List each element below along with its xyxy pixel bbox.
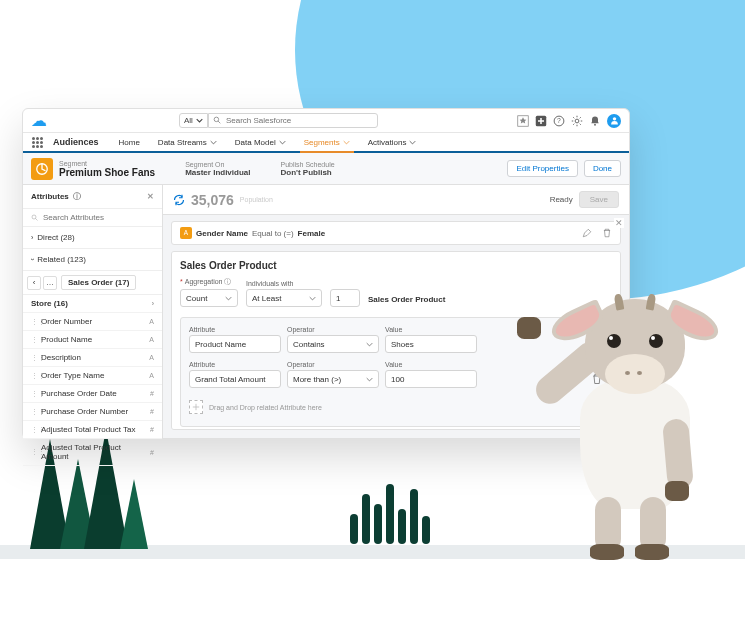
nav-segments[interactable]: Segments [300, 134, 354, 153]
svg-point-10 [32, 215, 36, 219]
attribute-search[interactable] [23, 209, 162, 227]
notifications-bell-icon[interactable] [589, 115, 601, 127]
value-input[interactable]: 100 [385, 370, 477, 388]
done-button[interactable]: Done [584, 160, 621, 177]
population-label: Population [240, 196, 273, 203]
attribute-input[interactable]: Product Name [189, 335, 281, 353]
value-input[interactable]: Shoes [385, 335, 477, 353]
app-name: Audiences [53, 137, 99, 147]
chevron-down-icon [343, 139, 350, 146]
breadcrumb-current[interactable]: Sales Order (17) [61, 275, 136, 290]
refresh-icon[interactable] [173, 194, 185, 206]
drop-target-icon [189, 400, 203, 414]
search-input[interactable] [226, 116, 373, 125]
close-panel-icon[interactable]: ✕ [147, 192, 154, 201]
page-title: Premium Shoe Fans [59, 167, 155, 178]
edit-properties-button[interactable]: Edit Properties [507, 160, 577, 177]
favorite-icon[interactable] [517, 115, 529, 127]
attribute-item[interactable]: ⋮⋮Product NameA [23, 331, 162, 349]
delete-icon[interactable] [602, 228, 612, 238]
related-section[interactable]: ›Related (123) [23, 249, 162, 271]
population-count: 35,076 [191, 192, 234, 208]
nav-data-streams[interactable]: Data Streams [154, 134, 221, 151]
edit-icon[interactable] [582, 228, 592, 238]
attribute-input[interactable]: Grand Total Amount [189, 370, 281, 388]
user-avatar[interactable] [607, 114, 621, 128]
attribute-label: Attribute [189, 361, 281, 368]
search-icon [213, 116, 222, 125]
chevron-down-icon [225, 295, 232, 302]
store-section-row[interactable]: Store (16)› [23, 295, 162, 313]
close-icon[interactable]: ✕ [614, 218, 624, 228]
operator-label: Operator [287, 361, 379, 368]
chevron-down-icon [210, 139, 217, 146]
aggregation-label: Aggregation [185, 278, 223, 285]
breadcrumb-back-button[interactable]: ‹ [27, 276, 41, 290]
individuals-label: Individuals with [246, 280, 322, 287]
settings-gear-icon[interactable] [571, 115, 583, 127]
search-scope-label: All [184, 116, 193, 125]
svg-point-7 [594, 123, 596, 125]
svg-text:?: ? [557, 117, 561, 124]
global-search[interactable] [208, 113, 378, 128]
segment-on-value: Master Individual [185, 168, 250, 177]
chevron-down-icon [279, 139, 286, 146]
attribute-item[interactable]: ⋮⋮DescriptionA [23, 349, 162, 367]
info-icon[interactable]: ⓘ [73, 191, 81, 202]
segment-on-label: Segment On [185, 161, 250, 168]
search-scope-select[interactable]: All [179, 113, 208, 128]
segment-type-icon [31, 158, 53, 180]
filter-value: Female [298, 229, 326, 238]
operator-select[interactable]: More than (>) [287, 370, 379, 388]
decorative-bush [340, 474, 440, 544]
chevron-down-icon [409, 139, 416, 146]
chevron-down-icon [366, 376, 373, 383]
attribute-item[interactable]: ⋮⋮Adjusted Total Product Amount# [23, 439, 162, 466]
app-launcher-icon[interactable] [31, 136, 43, 148]
help-icon[interactable]: ? [553, 115, 565, 127]
record-type-label: Segment [59, 160, 155, 167]
filter-condition-row: A Gender Name Equal to (=) Female ✕ [171, 221, 621, 245]
attribute-item[interactable]: ⋮⋮Purchase Order Date# [23, 385, 162, 403]
svg-line-11 [36, 218, 38, 220]
nav-home[interactable]: Home [115, 134, 144, 151]
breadcrumb-overflow-button[interactable]: … [43, 276, 57, 290]
attribute-item[interactable]: ⋮⋮Adjusted Total Product Tax# [23, 421, 162, 439]
svg-text:A: A [184, 229, 189, 236]
svg-point-6 [575, 119, 579, 123]
svg-line-1 [218, 121, 220, 123]
filter-operator: Equal to (=) [252, 229, 294, 238]
chevron-down-icon [309, 295, 316, 302]
direct-section[interactable]: ›Direct (28) [23, 227, 162, 249]
status-text: Ready [550, 195, 573, 204]
publish-schedule-value: Don't Publish [281, 168, 335, 177]
operator-label: Operator [287, 326, 379, 333]
entity-name: Sales Order Product [368, 295, 445, 307]
filter-attribute: Gender Name [196, 229, 248, 238]
attribute-type-icon: A [180, 227, 192, 239]
publish-schedule-label: Publish Schedule [281, 161, 335, 168]
info-icon[interactable]: ⓘ [224, 278, 231, 285]
individuals-operator-select[interactable]: At Least [246, 289, 322, 307]
attributes-title: Attributes [31, 192, 69, 201]
add-icon[interactable] [535, 115, 547, 127]
nav-data-model[interactable]: Data Model [231, 134, 290, 151]
operator-select[interactable]: Contains [287, 335, 379, 353]
attribute-item[interactable]: ⋮⋮Order Type NameA [23, 367, 162, 385]
attribute-item[interactable]: ⋮⋮Purchase Order Number# [23, 403, 162, 421]
svg-point-0 [214, 117, 219, 122]
chevron-down-icon [366, 341, 373, 348]
drop-hint-text: Drag and Drop related Attribute here [209, 404, 322, 411]
attributes-panel: Attributes ⓘ ✕ ›Direct (28) ›Related (12… [23, 185, 163, 438]
svg-point-8 [612, 117, 615, 120]
save-button: Save [579, 191, 619, 208]
nav-activations[interactable]: Activations [364, 134, 421, 151]
search-icon [31, 214, 39, 222]
mascot-illustration [525, 269, 725, 569]
aggregation-select[interactable]: Count [180, 289, 238, 307]
attribute-item[interactable]: ⋮⋮Order NumberA [23, 313, 162, 331]
individuals-count-input[interactable]: 1 [330, 289, 360, 307]
attribute-label: Attribute [189, 326, 281, 333]
attribute-search-input[interactable] [43, 213, 154, 222]
salesforce-logo-icon: ☁ [31, 111, 47, 130]
